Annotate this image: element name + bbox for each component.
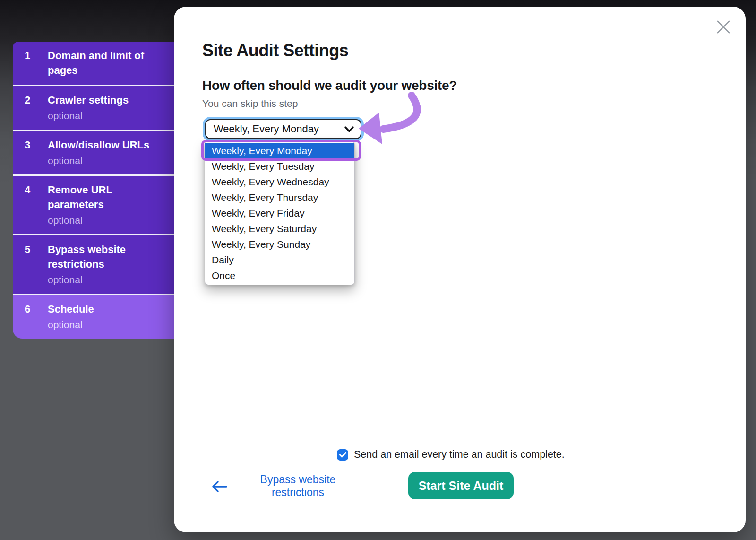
- step-optional-label: optional: [48, 154, 166, 167]
- option-weekly-tuesday[interactable]: Weekly, Every Tuesday: [205, 158, 354, 174]
- email-checkbox[interactable]: [337, 449, 348, 461]
- chevron-down-icon: [344, 126, 354, 132]
- option-daily[interactable]: Daily: [205, 252, 354, 268]
- email-checkbox-label: Send an email every time an audit is com…: [354, 449, 565, 461]
- step-title: Remove URL parameters: [48, 183, 166, 212]
- sidebar-item-schedule[interactable]: 6 Schedule optional: [13, 294, 174, 339]
- step-number: 2: [25, 93, 48, 122]
- sidebar-item-bypass-website-restrictions[interactable]: 5 Bypass website restrictions optional: [13, 234, 174, 294]
- step-optional-label: optional: [48, 109, 166, 122]
- step-title: Bypass website restrictions: [48, 242, 166, 271]
- start-site-audit-button[interactable]: Start Site Audit: [408, 472, 514, 499]
- option-weekly-thursday[interactable]: Weekly, Every Thursday: [205, 190, 354, 205]
- schedule-question: How often should we audit your website?: [202, 78, 457, 93]
- schedule-select-value: Weekly, Every Monday: [214, 123, 319, 135]
- step-title: Allow/disallow URLs: [48, 138, 166, 152]
- step-number: 5: [25, 242, 48, 287]
- sidebar-item-domain-and-limit[interactable]: 1 Domain and limit of pages: [13, 42, 174, 85]
- step-title: Crawler settings: [48, 93, 166, 107]
- option-weekly-monday[interactable]: Weekly, Every Monday: [205, 143, 354, 158]
- step-number: 6: [25, 302, 48, 331]
- step-optional-label: optional: [48, 214, 166, 227]
- audit-steps-sidebar: 1 Domain and limit of pages 2 Crawler se…: [13, 42, 174, 339]
- schedule-select[interactable]: Weekly, Every Monday: [205, 119, 361, 139]
- step-number: 3: [25, 138, 48, 167]
- option-weekly-friday[interactable]: Weekly, Every Friday: [205, 205, 354, 221]
- option-weekly-wednesday[interactable]: Weekly, Every Wednesday: [205, 174, 354, 190]
- page-title: Site Audit Settings: [202, 41, 348, 61]
- sidebar-item-crawler-settings[interactable]: 2 Crawler settings optional: [13, 85, 174, 130]
- step-optional-label: optional: [48, 318, 166, 331]
- option-weekly-saturday[interactable]: Weekly, Every Saturday: [205, 221, 354, 236]
- close-icon[interactable]: [715, 19, 731, 35]
- option-weekly-sunday[interactable]: Weekly, Every Sunday: [205, 236, 354, 252]
- check-icon: [339, 452, 346, 458]
- step-number: 4: [25, 183, 48, 227]
- schedule-option-list: Weekly, Every Monday Weekly, Every Tuesd…: [205, 141, 355, 285]
- sidebar-item-remove-url-parameters[interactable]: 4 Remove URL parameters optional: [13, 174, 174, 234]
- skip-note: You can skip this step: [202, 98, 298, 109]
- step-title: Schedule: [48, 302, 166, 316]
- bypass-website-restrictions-link[interactable]: Bypass website restrictions: [240, 473, 356, 499]
- sidebar-item-allow-disallow-urls[interactable]: 3 Allow/disallow URLs optional: [13, 130, 174, 174]
- back-arrow-icon[interactable]: [211, 479, 228, 494]
- step-number: 1: [25, 48, 48, 78]
- step-optional-label: optional: [48, 273, 166, 287]
- step-title: Domain and limit of pages: [48, 48, 166, 78]
- option-once[interactable]: Once: [205, 268, 354, 283]
- site-audit-settings-modal: Site Audit Settings How often should we …: [174, 7, 746, 532]
- email-checkbox-row: Send an email every time an audit is com…: [337, 449, 565, 461]
